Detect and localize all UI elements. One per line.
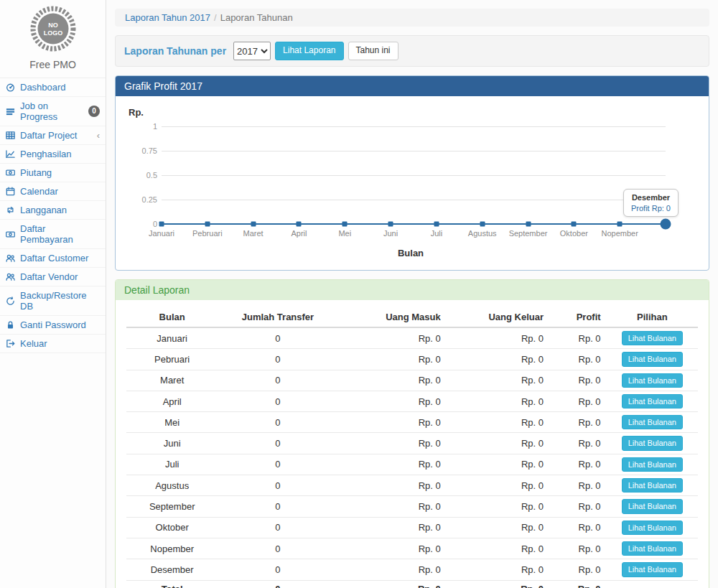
money-icon: [5, 168, 16, 177]
column-header-profit: Profit: [549, 307, 607, 327]
column-header-uang-keluar: Uang Keluar: [447, 307, 549, 327]
gridline: [162, 175, 666, 176]
lihat-bulanan-button[interactable]: Lihat Bulanan: [622, 394, 683, 409]
cell-jumlah-transfer: 0: [218, 370, 337, 391]
cell-pilihan: Lihat Bulanan: [607, 349, 698, 370]
sidebar-item-daftar-pembayaran[interactable]: Daftar Pembayaran: [0, 220, 106, 249]
y-tick-label: 0.5: [130, 171, 157, 179]
chart-point[interactable]: [159, 222, 164, 227]
lihat-bulanan-button[interactable]: Lihat Bulanan: [622, 352, 683, 366]
report-table-wrap: BulanJumlah TransferUang MasukUang Kelua…: [116, 300, 709, 588]
sidebar-item-piutang[interactable]: Piutang: [0, 164, 106, 182]
breadcrumb-link[interactable]: Laporan Tahun 2017: [125, 12, 210, 23]
lihat-bulanan-button[interactable]: Lihat Bulanan: [622, 373, 683, 388]
cell-profit: Rp. 0: [549, 496, 607, 517]
cell-pilihan: Lihat Bulanan: [607, 517, 698, 538]
table-row-oktober: Oktober0Rp. 0Rp. 0Rp. 0Lihat Bulanan: [126, 517, 698, 538]
x-tick-label: Agustus: [468, 229, 497, 238]
lihat-bulanan-button[interactable]: Lihat Bulanan: [622, 436, 683, 450]
cell-jumlah-transfer: 0: [218, 433, 337, 454]
chart-point[interactable]: [572, 222, 577, 227]
sidebar-item-job-on-progress[interactable]: Job on Progress0: [0, 97, 106, 126]
chart-point[interactable]: [205, 222, 210, 227]
cell-pilihan: Lihat Bulanan: [607, 496, 698, 517]
table-row-pebruari: Pebruari0Rp. 0Rp. 0Rp. 0Lihat Bulanan: [126, 349, 698, 370]
sidebar-item-keluar[interactable]: Keluar: [0, 335, 106, 353]
chart-point[interactable]: [480, 222, 485, 227]
sidebar-item-daftar-customer[interactable]: Daftar Customer: [0, 249, 106, 268]
sidebar-item-label: Backup/Restore DB: [20, 290, 100, 312]
sidebar-item-penghasilan[interactable]: Penghasilan: [0, 145, 106, 164]
cell-jumlah-transfer: 0: [218, 391, 337, 411]
y-tick-label: 1: [130, 122, 157, 131]
sidebar-item-label: Daftar Vendor: [20, 271, 78, 282]
sidebar-item-backup-restore-db[interactable]: Backup/Restore DB: [0, 286, 106, 316]
detail-report-panel: Detail Laporan BulanJumlah TransferUang …: [115, 279, 709, 588]
sidebar-item-ganti-password[interactable]: Ganti Password: [0, 316, 106, 335]
line-chart-icon: [5, 149, 16, 159]
lihat-bulanan-button[interactable]: Lihat Bulanan: [622, 541, 683, 556]
chart-panel-title: Grafik Profit 2017: [116, 76, 709, 96]
sidebar-item-calendar[interactable]: Calendar: [0, 182, 106, 201]
table-row-mei: Mei0Rp. 0Rp. 0Rp. 0Lihat Bulanan: [126, 412, 698, 433]
view-report-button[interactable]: Lihat Laporan: [275, 42, 343, 60]
chart-point[interactable]: [342, 222, 348, 227]
profit-series-line: [162, 223, 666, 225]
cell-bulan: Juni: [126, 433, 218, 454]
chart-point[interactable]: [251, 222, 256, 227]
chart-point[interactable]: [526, 222, 531, 227]
table-row-agustus: Agustus0Rp. 0Rp. 0Rp. 0Lihat Bulanan: [126, 475, 698, 496]
table-total-row: Total0Rp. 0Rp. 0Rp. 0: [126, 580, 698, 588]
lihat-bulanan-button[interactable]: Lihat Bulanan: [622, 562, 683, 577]
y-tick-label: 0: [130, 220, 157, 228]
sidebar-item-label: Penghasilan: [20, 149, 72, 159]
lihat-bulanan-button[interactable]: Lihat Bulanan: [622, 331, 683, 345]
gridline: [162, 151, 666, 151]
cell-bulan: Maret: [126, 370, 218, 391]
profit-chart-panel: Grafik Profit 2017 Rp. Desember Profit R…: [115, 75, 709, 271]
dashboard-icon: [5, 83, 16, 92]
cell-pilihan: Lihat Bulanan: [607, 327, 698, 349]
lihat-bulanan-button[interactable]: Lihat Bulanan: [622, 415, 683, 429]
x-tick-label: Juli: [431, 229, 443, 238]
sidebar-item-label: Ganti Password: [20, 319, 86, 330]
cell-uang-masuk: Rp. 0: [338, 327, 447, 349]
chart-point[interactable]: [297, 222, 302, 227]
cell-uang-keluar: Rp. 0: [447, 349, 549, 370]
lihat-bulanan-button[interactable]: Lihat Bulanan: [622, 521, 683, 535]
x-tick-label: Nopember: [601, 229, 638, 238]
x-tick-label: Juni: [383, 229, 398, 238]
lihat-bulanan-button[interactable]: Lihat Bulanan: [622, 499, 683, 513]
cell-bulan: Nopember: [126, 538, 218, 559]
logo-text-line2: LOGO: [43, 29, 62, 37]
chart-point[interactable]: [388, 222, 393, 227]
sidebar-item-daftar-project[interactable]: Daftar Project‹: [0, 126, 106, 145]
lihat-bulanan-button[interactable]: Lihat Bulanan: [622, 478, 683, 493]
app-logo[interactable]: NO LOGO: [0, 0, 106, 55]
chart-point[interactable]: [434, 222, 439, 227]
y-tick-label: 0.25: [130, 195, 157, 204]
sidebar-item-label: Daftar Project: [20, 130, 77, 141]
tooltip-title: Desember: [631, 193, 671, 202]
year-select[interactable]: 2017: [233, 42, 271, 60]
report-table: BulanJumlah TransferUang MasukUang Kelua…: [126, 307, 698, 588]
table-row-desember: Desember0Rp. 0Rp. 0Rp. 0Lihat Bulanan: [126, 559, 698, 580]
this-year-button[interactable]: Tahun ini: [348, 42, 398, 60]
gridline: [162, 126, 666, 127]
sidebar-item-daftar-vendor[interactable]: Daftar Vendor: [0, 268, 106, 286]
chevron-left-icon: ‹: [97, 131, 100, 140]
total-uang-masuk: Rp. 0: [338, 580, 447, 588]
users-icon: [5, 253, 16, 263]
cell-uang-keluar: Rp. 0: [447, 454, 549, 475]
sidebar-item-dashboard[interactable]: Dashboard: [0, 78, 106, 97]
lihat-bulanan-button[interactable]: Lihat Bulanan: [622, 457, 683, 472]
cell-uang-keluar: Rp. 0: [447, 538, 549, 559]
brand-name: Free PMO: [0, 59, 106, 70]
lock-icon: [5, 320, 16, 330]
sidebar-item-label: Daftar Pembayaran: [20, 223, 100, 245]
chart-point[interactable]: [617, 222, 623, 227]
chart-point-highlighted[interactable]: [661, 219, 671, 230]
sidebar-item-langganan[interactable]: Langganan: [0, 201, 106, 220]
cell-pilihan: Lihat Bulanan: [607, 559, 698, 580]
table-row-september: September0Rp. 0Rp. 0Rp. 0Lihat Bulanan: [126, 496, 698, 517]
